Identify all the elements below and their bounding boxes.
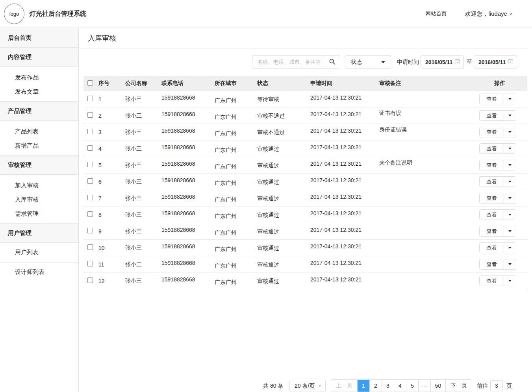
view-dropdown-button[interactable] xyxy=(504,193,516,203)
date-to-input[interactable]: 2016/05/11 xyxy=(474,55,517,68)
user-menu[interactable]: 欢迎您，liudaye ∨ xyxy=(465,10,512,18)
row-checkbox[interactable] xyxy=(87,228,93,233)
nav-site-home[interactable]: 网站首页 xyxy=(425,10,447,17)
sidebar-group: 产品列表新增产品 xyxy=(0,121,78,155)
view-button[interactable]: 查看 xyxy=(480,160,504,170)
view-button[interactable]: 查看 xyxy=(480,276,504,286)
caret-down-icon xyxy=(508,98,512,100)
cell-seq: 5 xyxy=(98,162,125,168)
cell-seq: 1 xyxy=(98,96,125,102)
search-button[interactable] xyxy=(324,56,340,68)
view-button[interactable]: 查看 xyxy=(480,177,504,187)
cell-city: 广东广州 xyxy=(215,196,257,203)
view-dropdown-button[interactable] xyxy=(504,210,516,220)
calendar-icon xyxy=(454,59,460,66)
sidebar-item[interactable]: 加入审核 xyxy=(0,178,78,192)
view-button[interactable]: 查看 xyxy=(480,127,504,137)
logo-text: logo xyxy=(9,11,19,17)
row-checkbox[interactable] xyxy=(87,96,93,101)
view-button[interactable]: 查看 xyxy=(480,193,504,203)
next-page-button[interactable]: 下一页 xyxy=(445,380,472,392)
status-select[interactable]: 状态 xyxy=(345,55,391,68)
view-button[interactable]: 查看 xyxy=(480,243,504,253)
row-checkbox[interactable] xyxy=(87,145,93,151)
view-button[interactable]: 查看 xyxy=(480,226,504,236)
page-button[interactable]: 5 xyxy=(406,380,418,392)
pager-group: 上一页 12345···50下一页 xyxy=(331,379,472,392)
page-button[interactable]: 3 xyxy=(382,380,394,392)
view-button-group: 查看 xyxy=(479,94,516,104)
row-checkbox[interactable] xyxy=(87,112,93,118)
cell-phone: 15918828668 xyxy=(161,276,215,283)
filter-bar: 状态 申请时间 2016/05/11 至 2016/05/11 xyxy=(79,48,527,76)
row-checkbox[interactable] xyxy=(87,195,93,200)
sidebar-item[interactable]: 用户列表 xyxy=(0,243,78,263)
cell-time: 2017-04-13 12:30:21 xyxy=(310,243,379,250)
search-icon xyxy=(329,58,336,66)
page-button[interactable]: 4 xyxy=(394,380,406,392)
view-button[interactable]: 查看 xyxy=(480,111,504,120)
row-checkbox[interactable] xyxy=(87,261,93,266)
table-row: 4 张小三 15918828668 广东广州 审核通过 2017-04-13 1… xyxy=(83,141,527,157)
view-button[interactable]: 查看 xyxy=(480,144,504,153)
view-dropdown-button[interactable] xyxy=(504,259,516,269)
sidebar-section[interactable]: 内容管理 xyxy=(0,48,78,67)
sidebar-group: 加入审核入库审核需求管理 xyxy=(0,175,78,224)
sidebar-section[interactable]: 后台首页 xyxy=(0,28,78,48)
row-checkbox[interactable] xyxy=(87,277,93,283)
row-checkbox[interactable] xyxy=(87,211,93,217)
row-checkbox[interactable] xyxy=(87,129,93,134)
date-from-value: 2016/05/11 xyxy=(425,59,452,65)
goto-page-input[interactable] xyxy=(490,380,503,391)
row-checkbox[interactable] xyxy=(87,244,93,250)
caret-down-icon xyxy=(508,263,512,265)
total-count: 共 80 条 xyxy=(263,379,283,392)
cell-status: 审核通过 xyxy=(257,146,310,153)
sidebar-item[interactable]: 发布文章 xyxy=(0,85,78,99)
calendar-icon xyxy=(508,59,513,66)
sidebar-item[interactable]: 设计师列表 xyxy=(0,263,78,282)
row-checkbox[interactable] xyxy=(87,178,93,184)
view-dropdown-button[interactable] xyxy=(504,243,516,253)
search-input[interactable] xyxy=(252,56,324,68)
view-button[interactable]: 查看 xyxy=(480,259,504,269)
sidebar-section[interactable]: 产品管理 xyxy=(0,102,78,121)
view-dropdown-button[interactable] xyxy=(504,127,516,137)
cell-time: 2017-04-13 12:30:21 xyxy=(310,144,379,150)
cell-status: 审核通过 xyxy=(257,179,310,186)
view-dropdown-button[interactable] xyxy=(504,226,516,236)
view-dropdown-button[interactable] xyxy=(504,177,516,187)
cell-city: 广东广州 xyxy=(215,246,257,253)
sidebar-item[interactable]: 发布作品 xyxy=(0,70,78,85)
cell-status: 审核通过 xyxy=(257,261,310,268)
page-button[interactable]: 50 xyxy=(430,380,445,392)
page-size-select[interactable]: 20 条/页 xyxy=(289,380,326,392)
view-button[interactable]: 查看 xyxy=(480,210,504,220)
table-header: 序号 公司名称 联系电话 所在城市 状态 申请时间 审核备注 操作 xyxy=(83,76,527,91)
view-button[interactable]: 查看 xyxy=(480,94,504,104)
sidebar-item[interactable]: 入库审核 xyxy=(0,192,78,207)
sidebar-item[interactable]: 需求管理 xyxy=(0,207,78,221)
page-button[interactable]: 1 xyxy=(357,380,369,392)
view-dropdown-button[interactable] xyxy=(504,144,516,153)
page-button[interactable]: 2 xyxy=(369,380,382,392)
sidebar-section[interactable]: 用户管理 xyxy=(0,224,78,243)
cell-status: 审核通过 xyxy=(257,245,310,252)
view-dropdown-button[interactable] xyxy=(504,276,516,286)
cell-seq: 2 xyxy=(98,113,125,119)
view-dropdown-button[interactable] xyxy=(504,160,516,170)
view-button-group: 查看 xyxy=(479,160,516,170)
sidebar-item[interactable]: 新增产品 xyxy=(0,139,78,153)
row-checkbox[interactable] xyxy=(87,162,93,167)
date-from-input[interactable]: 2016/05/11 xyxy=(421,55,464,68)
view-dropdown-button[interactable] xyxy=(504,111,516,120)
view-dropdown-button[interactable] xyxy=(504,94,516,104)
pagination-ellipsis[interactable]: ··· xyxy=(418,380,430,392)
select-all-checkbox[interactable] xyxy=(87,80,93,86)
sidebar-section[interactable]: 审核管理 xyxy=(0,155,78,175)
cell-seq: 3 xyxy=(98,129,125,135)
prev-page-button[interactable]: 上一页 xyxy=(331,380,357,392)
cell-status: 等待审核 xyxy=(257,96,310,103)
sidebar-item[interactable]: 产品列表 xyxy=(0,124,78,139)
cell-phone: 15918828668 xyxy=(161,111,215,117)
